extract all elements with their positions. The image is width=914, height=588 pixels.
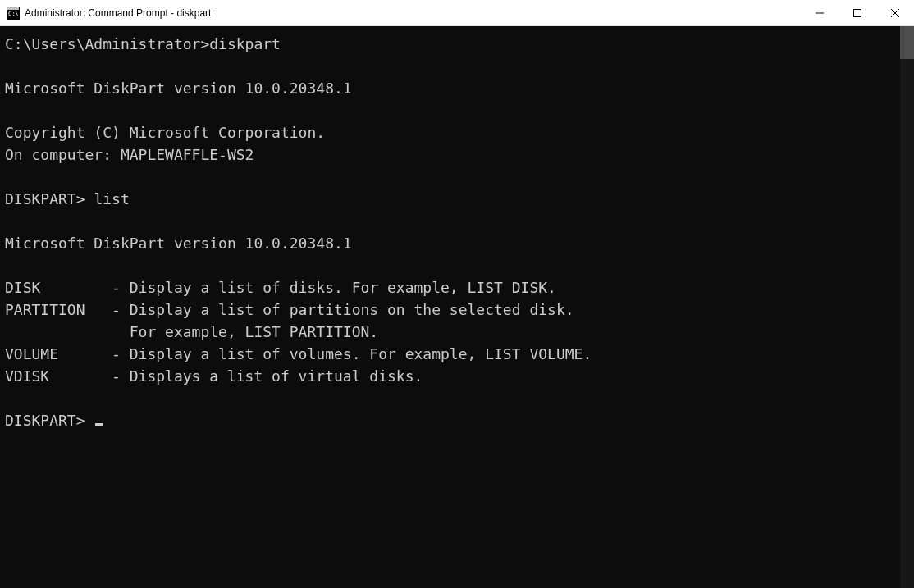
client-area: C:\Users\Administrator>diskpart Microsof… xyxy=(0,26,914,588)
window-title: Administrator: Command Prompt - diskpart xyxy=(25,7,801,19)
help-vdisk: VDISK - Displays a list of virtual disks… xyxy=(5,367,423,385)
copyright-line: Copyright (C) Microsoft Corporation. xyxy=(5,124,325,141)
help-volume: VOLUME - Display a list of volumes. For … xyxy=(5,345,592,362)
svg-rect-1 xyxy=(7,7,19,10)
prompt-line-1: C:\Users\Administrator>diskpart xyxy=(5,35,281,52)
title-buttons xyxy=(801,0,914,25)
version-line: Microsoft DiskPart version 10.0.20348.1 xyxy=(5,80,352,97)
minimize-button[interactable] xyxy=(801,0,839,25)
maximize-button[interactable] xyxy=(839,0,876,25)
prompt-command: list xyxy=(94,190,129,207)
help-disk: DISK - Display a list of disks. For exam… xyxy=(5,279,556,296)
diskpart-prompt-current: DISKPART> xyxy=(5,412,94,429)
cmd-icon: C:\ xyxy=(7,7,20,20)
computer-line: On computer: MAPLEWAFFLE-WS2 xyxy=(5,146,254,163)
prompt-path: C:\Users\Administrator> xyxy=(5,35,209,52)
help-partition-cont: For example, LIST PARTITION. xyxy=(5,323,378,340)
svg-text:C:\: C:\ xyxy=(8,11,19,17)
scrollbar-thumb[interactable] xyxy=(900,26,914,59)
diskpart-prompt: DISKPART> xyxy=(5,190,94,207)
version-line: Microsoft DiskPart version 10.0.20348.1 xyxy=(5,235,352,252)
prompt-line-2: DISKPART> list xyxy=(5,190,130,207)
terminal-output[interactable]: C:\Users\Administrator>diskpart Microsof… xyxy=(0,26,900,588)
close-button[interactable] xyxy=(876,0,914,25)
svg-rect-4 xyxy=(854,9,861,16)
title-bar[interactable]: C:\ Administrator: Command Prompt - disk… xyxy=(0,0,914,26)
cursor-icon xyxy=(95,423,103,426)
prompt-command: diskpart xyxy=(209,35,281,52)
window: C:\ Administrator: Command Prompt - disk… xyxy=(0,0,914,588)
help-partition: PARTITION - Display a list of partitions… xyxy=(5,301,574,318)
vertical-scrollbar[interactable] xyxy=(900,26,914,588)
